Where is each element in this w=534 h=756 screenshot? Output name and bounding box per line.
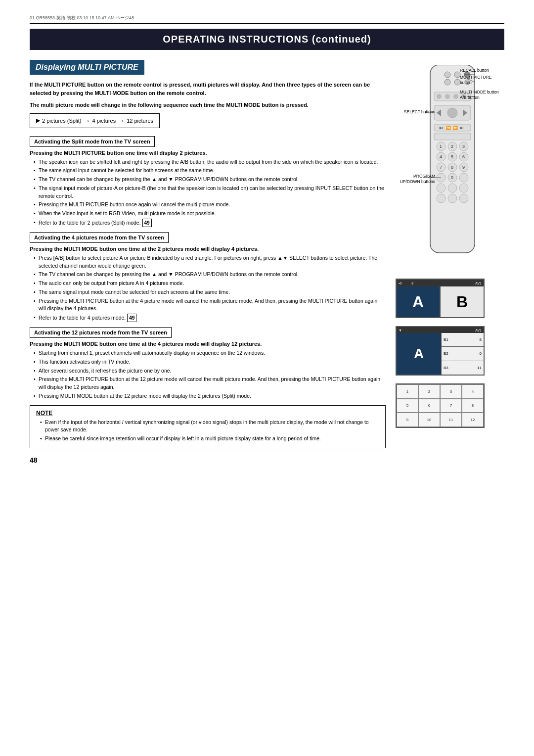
screen-diagrams: •0 8 AV1 A B	[396, 279, 504, 428]
four-pictures-section: Activating the 4 pictures mode from the …	[30, 232, 386, 322]
screen-12-cell: 8	[462, 399, 484, 413]
split-mode-header: Activating the Split mode from the TV sc…	[30, 136, 155, 147]
list-item: Press [A/B] button to select picture A o…	[34, 254, 386, 270]
page-ref-49-four: 49	[127, 314, 136, 322]
intro-paragraph-1: If the MULTI PICTURE button on the remot…	[30, 81, 386, 97]
split-mode-bullets: The speaker icon can be shifted left and…	[30, 158, 386, 227]
svg-text:9: 9	[462, 165, 465, 170]
svg-text:5: 5	[451, 154, 453, 159]
intro-paragraph-2: The multi picture mode will change in th…	[30, 101, 386, 109]
split-mode-bold: Pressing the MULTI PICTURE button one ti…	[30, 150, 386, 156]
list-item: The same signal input cannot be selected…	[34, 167, 386, 175]
svg-point-15	[447, 108, 457, 118]
remote-diagram-container: RECALL button MULTI PICTURE button MULTI…	[396, 60, 504, 274]
svg-text:⏩: ⏩	[453, 125, 458, 130]
screen-panel-b: B	[440, 286, 484, 317]
screen-ab-container: •0 8 AV1 A B	[396, 279, 504, 318]
note-box: NOTE Even if the input of the horizontal…	[30, 405, 386, 448]
svg-text:7: 7	[440, 165, 442, 170]
section-title: Displaying MULTI PICTURE	[30, 60, 144, 75]
svg-point-49	[459, 194, 468, 203]
svg-point-3	[445, 79, 450, 85]
left-content: Displaying MULTI PICTURE If the MULTI PI…	[30, 60, 386, 464]
screen-12-cell: 2	[418, 384, 440, 399]
screen-12: 123456789101112	[396, 383, 485, 428]
screen-12-cell: 4	[462, 384, 484, 399]
split-mode-section: Activating the Split mode from the TV sc…	[30, 136, 386, 227]
main-content: Displaying MULTI PICTURE If the MULTI PI…	[30, 60, 504, 464]
mode-sequence: ▶ 2 pictures (Split) → 4 pictures → 12 p…	[30, 113, 160, 128]
list-item: Pressing the MULTI PICTURE button once a…	[34, 201, 386, 209]
note-bullets: Even if the input of the horizontal / ve…	[36, 419, 379, 443]
screen-4-body: A B1 8 B2 6	[397, 333, 484, 375]
screen-12-cell: 12	[462, 413, 484, 427]
screen-4-sub-b1: B1 8	[442, 333, 484, 347]
screen-4-container: ▼ AV1 A B1 8	[396, 326, 504, 376]
four-pictures-header: Activating the 4 pictures mode from the …	[30, 232, 169, 243]
screen-12-cell: 7	[440, 399, 462, 413]
svg-text:1: 1	[440, 144, 442, 149]
svg-text:2: 2	[451, 144, 453, 149]
page-number: 48	[30, 456, 386, 464]
twelve-pictures-section: Activating the 12 pictures mode from the…	[30, 327, 386, 400]
twelve-pictures-bold: Pressing the MULTI MODE button one time …	[30, 341, 386, 347]
svg-point-43	[459, 173, 468, 182]
select-label: SELECT buttons	[396, 109, 435, 115]
page-ref-49-split: 49	[142, 219, 152, 227]
screen-ab-top-bar: •0 8 AV1	[397, 280, 484, 286]
svg-text:8: 8	[451, 165, 453, 170]
screen-12-cell: 11	[440, 413, 462, 427]
svg-point-45	[448, 184, 457, 192]
screen-ab-body: A B	[397, 286, 484, 317]
list-item: Pressing the MULTI PICTURE button at the…	[34, 376, 386, 391]
list-item: Starting from channel 1, preset channels…	[34, 349, 386, 357]
screen-4-top: ▼ AV1	[397, 327, 484, 333]
svg-text:⏭: ⏭	[460, 126, 464, 130]
screen-12-cell: 6	[418, 399, 440, 413]
screen-12-cell: 10	[418, 413, 440, 427]
svg-text:⏪: ⏪	[446, 125, 451, 130]
svg-text:0: 0	[451, 175, 453, 180]
program-updown-label: PROGRAM UP/DOWN buttons	[396, 174, 435, 185]
screen-12-cell: 3	[440, 384, 462, 399]
file-info: 01 QR58553-英語-初校 03.10.15 10:47 AM ページ48	[30, 15, 134, 20]
list-item: Pressing MULTI MODE button at the 12 pic…	[34, 392, 386, 400]
svg-text:3: 3	[462, 144, 465, 149]
multi-picture-label: MULTI PICTURE button	[460, 75, 504, 86]
multi-mode-label: MULTI MODE button A/B button	[460, 90, 504, 100]
screen-12-cell: 1	[397, 384, 418, 399]
list-item: Even if the input of the horizontal / ve…	[40, 419, 379, 434]
four-pictures-bold: Pressing the MULTI MODE button one time …	[30, 246, 386, 252]
list-item: Refer to the table for 4 pictures mode. …	[34, 314, 386, 322]
screen-4-main: A	[397, 333, 441, 375]
right-diagram: RECALL button MULTI PICTURE button MULTI…	[396, 60, 504, 464]
list-item: Refer to the table for 2 pictures (Split…	[34, 219, 386, 227]
screen-12-cell: 5	[397, 399, 418, 413]
recall-label: RECALL button	[460, 68, 504, 73]
page: 01 QR58553-英語-初校 03.10.15 10:47 AM ページ48…	[0, 0, 534, 756]
svg-rect-21	[434, 133, 471, 140]
svg-text:6: 6	[462, 154, 465, 159]
page-title: OPERATING INSTRUCTIONS (continued)	[30, 29, 504, 50]
screen-4: ▼ AV1 A B1 8	[396, 326, 485, 376]
list-item: Please be careful since image retention …	[40, 435, 379, 443]
list-item: This function activates only in TV mode.	[34, 358, 386, 366]
screen-4-sub-b3: B3 11	[442, 361, 484, 375]
svg-point-46	[459, 184, 468, 192]
screen-4-sub-b2: B2 6	[442, 347, 484, 361]
svg-text:4: 4	[440, 154, 442, 159]
list-item: The signal input mode of picture-A or pi…	[34, 185, 386, 200]
screen-panel-a: A	[397, 286, 440, 317]
list-item: After several seconds, it refreshes the …	[34, 367, 386, 375]
screen-12-container: 123456789101112	[396, 383, 504, 428]
list-item: The same signal input mode cannot be sel…	[34, 288, 386, 296]
list-item: The audio can only be output from pictur…	[34, 280, 386, 287]
twelve-pictures-bullets: Starting from channel 1, preset channels…	[30, 349, 386, 400]
svg-point-44	[437, 184, 445, 192]
svg-point-47	[437, 194, 445, 203]
screen-4-sub-panels: B1 8 B2 6 B3 11	[441, 333, 484, 375]
svg-point-8	[437, 94, 442, 99]
list-item: The TV channel can be changed by pressin…	[34, 271, 386, 279]
screen-12-cell: 9	[397, 413, 418, 427]
meta-line: 01 QR58553-英語-初校 03.10.15 10:47 AM ページ48	[30, 15, 504, 24]
